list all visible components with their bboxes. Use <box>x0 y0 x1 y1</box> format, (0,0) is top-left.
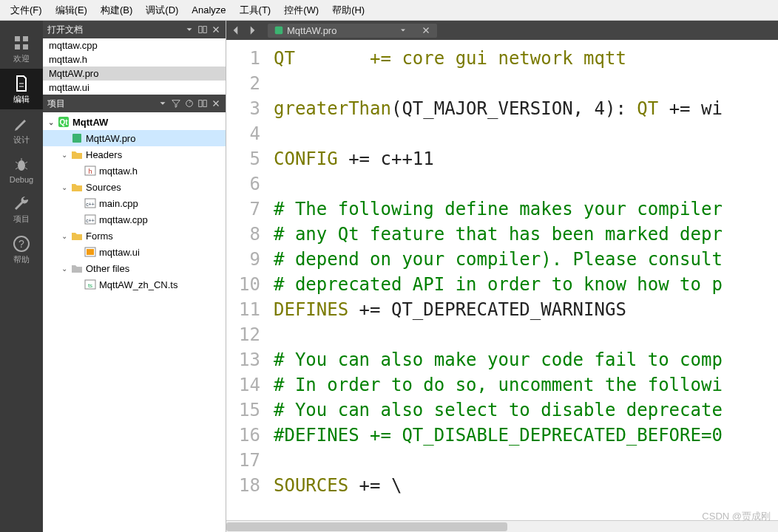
line-number: 5 <box>226 146 260 171</box>
file-genfolder-icon <box>71 262 83 274</box>
code-line[interactable]: # any Qt feature that has been marked de… <box>274 222 778 247</box>
tree-item[interactable]: c++mqttaw.cpp <box>43 211 226 228</box>
code-content[interactable]: QT += core gui network mqtt greaterThan(… <box>268 40 778 532</box>
close-tab-icon[interactable] <box>421 25 431 35</box>
code-line[interactable] <box>274 71 778 96</box>
open-doc-item[interactable]: MqttAW.pro <box>43 66 226 81</box>
chevron-icon[interactable]: ⌄ <box>59 183 70 191</box>
code-line[interactable]: QT += core gui network mqtt <box>274 46 778 71</box>
editor-tab-label: MqttAW.pro <box>287 25 336 36</box>
menu-item[interactable]: 构建(B) <box>95 1 138 20</box>
svg-point-9 <box>186 100 193 107</box>
sync-icon[interactable] <box>184 98 194 109</box>
menubar: 文件(F)编辑(E)构建(B)调试(D)Analyze工具(T)控件(W)帮助(… <box>0 0 778 21</box>
line-number: 8 <box>226 222 260 247</box>
code-line[interactable]: greaterThan(QT_MAJOR_VERSION, 4): QT += … <box>274 96 778 121</box>
menu-item[interactable]: 编辑(E) <box>50 1 93 20</box>
code-line[interactable]: # deprecated API in order to know how to… <box>274 272 778 297</box>
tree-item[interactable]: hmqttaw.h <box>43 163 226 179</box>
dropdown-icon[interactable] <box>184 24 194 35</box>
menu-item[interactable]: 帮助(H) <box>326 1 371 20</box>
chevron-icon[interactable]: ⌄ <box>59 232 70 240</box>
line-number: 14 <box>226 372 260 398</box>
tree-label: Sources <box>86 182 121 193</box>
nav-back-icon[interactable] <box>229 24 243 37</box>
nav-forward-icon[interactable] <box>246 24 259 37</box>
dropdown-icon[interactable] <box>158 98 168 109</box>
svg-rect-2 <box>15 44 20 50</box>
side-panel: 打开文档 mqttaw.cppmqttaw.hMqttAW.promqttaw.… <box>43 21 226 532</box>
code-line[interactable]: # depend on your compiler). Please consu… <box>274 247 778 272</box>
line-number: 11 <box>226 297 260 322</box>
code-line[interactable]: SOURCES += \ <box>274 473 778 498</box>
open-docs-list: mqttaw.cppmqttaw.hMqttAW.promqttaw.ui <box>43 38 226 95</box>
code-line[interactable]: DEFINES += QT_DEPRECATED_WARNINGS <box>274 297 778 322</box>
mode-项目[interactable]: 项目 <box>0 188 43 229</box>
pencil-icon <box>13 115 30 133</box>
scrollbar-thumb[interactable] <box>226 522 507 531</box>
filter-icon[interactable] <box>171 98 181 109</box>
tree-item[interactable]: c++main.cpp <box>43 195 226 211</box>
line-number: 10 <box>226 272 260 297</box>
help-icon: ? <box>13 235 30 253</box>
tree-item[interactable]: ⌄Headers <box>43 146 226 163</box>
horizontal-scrollbar[interactable] <box>226 520 778 532</box>
menu-item[interactable]: 控件(W) <box>278 1 325 20</box>
mode-欢迎[interactable]: 欢迎 <box>0 28 43 69</box>
tree-label: main.cpp <box>99 198 138 209</box>
code-line[interactable] <box>274 448 778 473</box>
line-number: 17 <box>226 448 260 473</box>
editor-area[interactable]: 123456789101112131415161718 QT += core g… <box>226 40 778 532</box>
tree-item[interactable]: ⌄Forms <box>43 228 226 244</box>
mode-设计[interactable]: 设计 <box>0 109 43 150</box>
file-h-icon: h <box>84 165 96 177</box>
code-line[interactable]: # In order to do so, uncomment the follo… <box>274 372 778 398</box>
split-icon[interactable] <box>197 98 208 109</box>
svg-rect-22 <box>87 249 94 255</box>
tree-item[interactable]: ⌄Other files <box>43 260 226 276</box>
editor-tab[interactable]: MqttAW.pro <box>268 24 437 38</box>
tree-item[interactable]: ⌄QtMqttAW <box>43 114 226 130</box>
open-doc-item[interactable]: mqttaw.cpp <box>43 38 226 52</box>
svg-text:ts: ts <box>88 282 92 289</box>
close-panel-icon[interactable] <box>211 98 221 109</box>
code-line[interactable] <box>274 322 778 347</box>
code-line[interactable] <box>274 121 778 146</box>
code-line[interactable] <box>274 171 778 197</box>
file-ui-icon <box>84 246 96 258</box>
code-line[interactable]: CONFIG += c++11 <box>274 146 778 171</box>
open-doc-item[interactable]: mqttaw.h <box>43 52 226 66</box>
mode-Debug[interactable]: Debug <box>0 150 43 188</box>
code-line[interactable]: #DEFINES += QT_DISABLE_DEPRECATED_BEFORE… <box>274 423 778 448</box>
line-number: 16 <box>226 423 260 448</box>
code-line[interactable]: # You can also select to disable depreca… <box>274 398 778 423</box>
mode-编辑[interactable]: 编辑 <box>0 69 43 109</box>
split-icon[interactable] <box>197 24 208 35</box>
svg-point-4 <box>18 160 25 171</box>
svg-rect-3 <box>23 44 28 50</box>
tab-dropdown-icon[interactable] <box>399 26 407 35</box>
menu-item[interactable]: 工具(T) <box>234 1 277 20</box>
menu-item[interactable]: 调试(D) <box>140 1 184 20</box>
chevron-icon[interactable]: ⌄ <box>46 118 56 126</box>
line-number: 4 <box>226 121 260 146</box>
menu-item[interactable]: Analyze <box>186 1 231 18</box>
code-line[interactable]: # You can also make your code fail to co… <box>274 347 778 372</box>
menu-item[interactable]: 文件(F) <box>4 1 48 20</box>
editor-column: MqttAW.pro 123456789101112131415161718 Q… <box>226 21 778 532</box>
tree-item[interactable]: mqttaw.ui <box>43 244 226 260</box>
doc-icon <box>13 75 30 92</box>
tree-label: mqttaw.cpp <box>99 214 148 225</box>
chevron-icon[interactable]: ⌄ <box>59 151 70 159</box>
grid-icon <box>13 34 30 52</box>
mode-帮助[interactable]: ?帮助 <box>0 229 43 270</box>
tree-item[interactable]: MqttAW.pro <box>43 130 226 146</box>
chevron-icon[interactable]: ⌄ <box>59 265 70 273</box>
tree-item[interactable]: ⌄Sources <box>43 179 226 195</box>
tree-item[interactable]: tsMqttAW_zh_CN.ts <box>43 276 226 293</box>
open-doc-item[interactable]: mqttaw.ui <box>43 81 226 95</box>
file-cpp-icon: c++ <box>84 214 96 225</box>
file-folder-icon <box>71 181 83 193</box>
code-line[interactable]: # The following define makes your compil… <box>274 197 778 222</box>
close-panel-icon[interactable] <box>211 24 221 35</box>
